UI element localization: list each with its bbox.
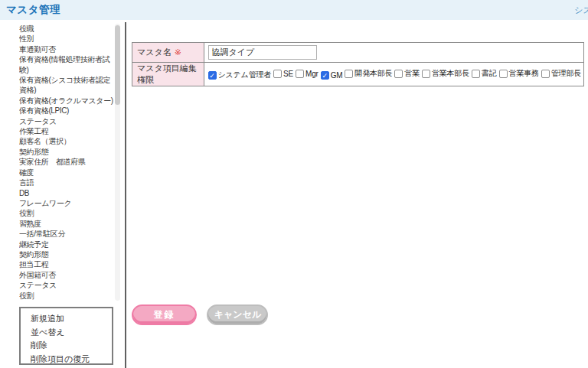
master-name-value-cell	[204, 43, 584, 63]
permission-checkbox[interactable]: SE	[273, 70, 293, 78]
sidebar-item[interactable]: 役職	[19, 24, 117, 34]
sidebar-scrollbar-thumb[interactable]	[115, 25, 120, 105]
sidebar-item[interactable]: 実家住所 都道府県	[19, 157, 117, 167]
sidebar-item[interactable]: 継続予定	[19, 239, 117, 249]
master-name-label-cell: マスタ名※	[132, 43, 204, 63]
table-row: マスタ項目編集権限 ✓システム管理者SEMgr✓GM開発本部長営業営業本部長書記…	[132, 63, 584, 86]
sidebar-item[interactable]: ステータス	[19, 280, 117, 290]
sidebar-item[interactable]: 保有資格(シスコ技術者認定資格)	[19, 75, 117, 96]
sidebar-item[interactable]: 外国籍可否	[19, 270, 117, 280]
sidebar-actions-box: 新規追加並べ替え削除削除項目の復元	[19, 307, 113, 365]
master-management-page: マスタ管理 システ 役職性別車通勤可否保有資格(情報処理技術者試験)保有資格(シ…	[0, 0, 588, 368]
master-category-list: 役職性別車通勤可否保有資格(情報処理技術者試験)保有資格(シスコ技術者認定資格)…	[19, 24, 117, 301]
checkbox-checked-icon: ✓	[321, 71, 329, 80]
edit-permission-label-cell: マスタ項目編集権限	[132, 63, 204, 86]
permission-label: システム管理者	[218, 70, 272, 80]
header-system-link[interactable]: システ	[574, 5, 588, 16]
permission-label: 開発本部長	[354, 68, 392, 79]
checkbox-unchecked-icon	[296, 70, 304, 78]
permission-checkbox[interactable]: ✓システム管理者	[208, 70, 272, 80]
master-name-label: マスタ名	[137, 47, 172, 57]
permission-label: 営業事務	[509, 68, 539, 79]
sidebar-item[interactable]: 担当工程	[19, 259, 117, 269]
sidebar-item[interactable]: ステータス	[19, 116, 117, 126]
checkbox-unchecked-icon	[394, 70, 403, 78]
master-name-input[interactable]	[208, 45, 317, 60]
sidebar-item[interactable]: DB	[19, 188, 117, 198]
permission-label: 管理部長	[551, 68, 581, 79]
permission-label: 書記	[482, 68, 497, 79]
permission-label: SE	[283, 70, 293, 78]
sidebar-item[interactable]: フレームワーク	[19, 198, 117, 208]
permission-checkbox[interactable]: 営業本部長	[422, 68, 469, 79]
checkbox-unchecked-icon	[273, 70, 282, 78]
permission-checkbox[interactable]: 営業	[394, 68, 420, 79]
app-header: マスタ管理 システ	[0, 0, 588, 20]
page-title: マスタ管理	[6, 3, 60, 17]
permission-checkbox[interactable]: Mgr	[296, 70, 318, 78]
permission-checkbox[interactable]: 営業事務	[499, 68, 539, 79]
checkbox-unchecked-icon	[345, 70, 353, 78]
permission-label: Mgr	[305, 70, 318, 78]
sidebar-item[interactable]: 役割	[19, 208, 117, 218]
sidebar-item[interactable]: 車通勤可否	[19, 44, 117, 54]
sidebar-scrollbar-track	[115, 24, 120, 301]
sidebar-item[interactable]: 役割	[19, 291, 117, 301]
table-row: マスタ名※	[132, 43, 584, 63]
sidebar-action-item[interactable]: 削除	[31, 339, 112, 353]
checkbox-unchecked-icon	[472, 70, 480, 78]
checkbox-unchecked-icon	[541, 70, 550, 78]
checkbox-checked-icon: ✓	[208, 71, 217, 80]
permission-label: 営業本部長	[432, 68, 469, 79]
form-buttons: 登録 キャンセル	[132, 304, 268, 325]
sidebar-action-item[interactable]: 新規追加	[31, 312, 112, 326]
sidebar-item[interactable]: 契約形態	[19, 249, 117, 259]
sidebar-item[interactable]: 契約形態	[19, 147, 117, 157]
permission-checkbox[interactable]: 開発本部長	[345, 68, 392, 79]
permission-checkbox[interactable]: ✓GM	[321, 71, 343, 80]
checkbox-unchecked-icon	[499, 70, 508, 78]
sidebar-item[interactable]: 保有資格(LPIC)	[19, 106, 117, 116]
edit-permission-label: マスタ項目編集権限	[137, 64, 197, 84]
permission-checkbox[interactable]: 管理部長	[541, 68, 581, 79]
sidebar-item[interactable]: 確度	[19, 168, 117, 177]
cancel-button[interactable]: キャンセル	[207, 304, 268, 325]
permission-checkbox[interactable]: 書記	[472, 68, 497, 79]
sidebar-item[interactable]: 保有資格(オラクルマスター)	[19, 96, 117, 106]
register-button[interactable]: 登録	[132, 304, 197, 325]
sidebar-item[interactable]: 習熟度	[19, 219, 117, 229]
permission-label: 営業	[404, 68, 420, 79]
sidebar-action-item[interactable]: 並べ替え	[31, 326, 112, 340]
sidebar-item[interactable]: 言語	[19, 177, 117, 187]
checkbox-unchecked-icon	[422, 70, 430, 78]
sidebar-item[interactable]: 性別	[19, 34, 117, 44]
sidebar-action-item[interactable]: 削除項目の復元	[31, 353, 112, 366]
vertical-divider	[125, 22, 126, 368]
sidebar-item[interactable]: 一括/常駐区分	[19, 229, 117, 239]
edit-permission-checkbox-group: ✓システム管理者SEMgr✓GM開発本部長営業営業本部長書記営業事務管理部長	[204, 63, 584, 86]
required-mark: ※	[175, 47, 181, 57]
permission-label: GM	[331, 71, 343, 80]
sidebar-item[interactable]: 顧客名（選択）	[19, 136, 117, 146]
sidebar-item[interactable]: 保有資格(情報処理技術者試験)	[19, 54, 117, 75]
sidebar-item[interactable]: 作業工程	[19, 126, 117, 136]
master-form-table: マスタ名※ マスタ項目編集権限 ✓システム管理者SEMgr✓GM開発本部長営業営…	[132, 42, 584, 86]
